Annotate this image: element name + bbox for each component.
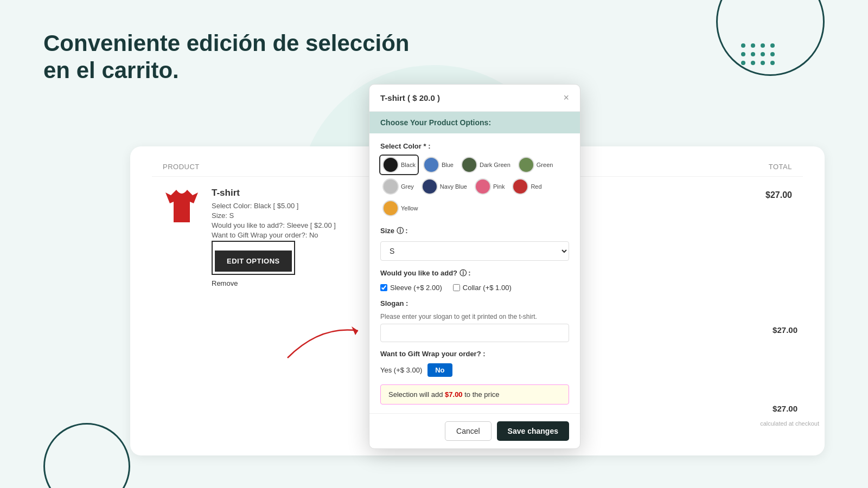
giftwrap-label: Want to Gift Wrap your order? : xyxy=(380,350,569,358)
slogan-label: Slogan : xyxy=(380,299,569,307)
modal-body: Choose Your Product Options: Select Colo… xyxy=(369,112,580,413)
modal-title: T-shirt ( $ 20.0 ) xyxy=(380,93,440,102)
color-section-label: Select Color * : xyxy=(380,142,569,150)
save-changes-button[interactable]: Save changes xyxy=(497,421,569,441)
slogan-hint: Please enter your slogan to get it print… xyxy=(380,313,569,320)
color-option-grey[interactable]: Grey xyxy=(380,177,416,196)
sleeve-label: Sleeve (+$ 2.00) xyxy=(390,284,442,292)
color-label-yellow: Yellow xyxy=(401,205,418,211)
color-option-green[interactable]: Green xyxy=(516,156,556,174)
color-option-red[interactable]: Red xyxy=(510,177,544,196)
slogan-section: Slogan : Please enter your slogan to get… xyxy=(380,299,569,342)
edit-options-box: EDIT OPTIONS xyxy=(212,241,295,275)
cart-item-image xyxy=(163,188,201,231)
color-swatch-navyblue xyxy=(422,178,438,195)
edit-options-button[interactable]: EDIT OPTIONS xyxy=(215,251,292,272)
color-option-black[interactable]: Black xyxy=(380,156,418,174)
modal-close-button[interactable]: × xyxy=(563,92,569,104)
giftwrap-options-group: Yes (+$ 3.00) No xyxy=(380,363,569,377)
addon-label: Would you like to add? ⓘ : xyxy=(380,268,569,278)
dot xyxy=(761,43,765,48)
dot xyxy=(761,52,765,56)
options-content: Select Color * : Black Blue Dark Green xyxy=(369,133,580,413)
color-swatch-blue xyxy=(423,157,439,173)
color-option-blue[interactable]: Blue xyxy=(421,156,456,174)
color-swatch-green xyxy=(518,157,534,173)
checkout-hint: calculated at checkout xyxy=(760,420,819,427)
color-label-green: Green xyxy=(537,162,553,168)
cart-item-total: $27.00 xyxy=(765,188,792,200)
dot xyxy=(770,61,775,65)
color-label-navyblue: Navy Blue xyxy=(440,183,467,190)
color-swatch-darkgreen xyxy=(461,157,477,173)
product-options-modal: T-shirt ( $ 20.0 ) × Choose Your Product… xyxy=(369,84,580,449)
dot xyxy=(751,43,755,48)
giftwrap-yes-label: Yes (+$ 3.00) xyxy=(380,366,422,374)
dot xyxy=(761,61,765,65)
dot xyxy=(741,52,745,56)
cart-grand-total: $27.00 xyxy=(773,404,797,413)
tshirt-icon xyxy=(165,187,198,232)
slogan-input[interactable] xyxy=(380,324,569,342)
color-label-black: Black xyxy=(401,162,416,168)
color-swatch-pink xyxy=(475,178,491,195)
options-header: Choose Your Product Options: xyxy=(369,112,580,133)
price-notice: Selection will add $7.00 to the price xyxy=(380,384,569,404)
color-swatch-black xyxy=(382,157,399,173)
price-amount: $7.00 xyxy=(445,390,463,399)
color-option-darkgreen[interactable]: Dark Green xyxy=(459,156,513,174)
addon-options-group: Sleeve (+$ 2.00) Collar (+$ 1.00) xyxy=(380,284,569,292)
addon-section: Would you like to add? ⓘ : Sleeve (+$ 2.… xyxy=(380,268,569,292)
color-swatch-grey xyxy=(382,178,399,195)
giftwrap-no-button[interactable]: No xyxy=(427,363,452,377)
addon-collar[interactable]: Collar (+$ 1.00) xyxy=(453,284,512,292)
cancel-button[interactable]: Cancel xyxy=(445,421,492,441)
giftwrap-section: Want to Gift Wrap your order? : Yes (+$ … xyxy=(380,350,569,377)
collar-label: Collar (+$ 1.00) xyxy=(463,284,512,292)
sleeve-checkbox[interactable] xyxy=(380,284,387,291)
total-column-label: TOTAL xyxy=(769,163,792,171)
collar-checkbox[interactable] xyxy=(453,284,460,291)
modal-header: T-shirt ( $ 20.0 ) × xyxy=(369,85,580,112)
color-swatch-red xyxy=(512,178,528,195)
dot xyxy=(751,52,755,56)
addon-sleeve[interactable]: Sleeve (+$ 2.00) xyxy=(380,284,442,292)
cart-row-total: $27.00 xyxy=(773,325,797,335)
modal-footer: Cancel Save changes xyxy=(369,413,580,448)
color-swatch-yellow xyxy=(382,200,399,216)
dot xyxy=(751,61,755,65)
page-heading: Conveniente edición de selección en el c… xyxy=(43,30,410,85)
color-options-group: Black Blue Dark Green Green xyxy=(380,156,569,217)
product-column-label: PRODUCT xyxy=(163,163,200,171)
color-option-pink[interactable]: Pink xyxy=(473,177,507,196)
size-select[interactable]: S M L XL xyxy=(380,241,569,261)
color-label-grey: Grey xyxy=(401,183,414,190)
dot xyxy=(770,52,775,56)
dot xyxy=(741,61,745,65)
dot xyxy=(770,43,775,48)
color-option-navyblue[interactable]: Navy Blue xyxy=(419,177,469,196)
color-label-pink: Pink xyxy=(493,183,505,190)
decorative-dots xyxy=(741,43,776,65)
decorative-circle-bottom-left xyxy=(43,423,130,488)
curved-arrow-icon xyxy=(277,314,369,369)
color-label-blue: Blue xyxy=(442,162,454,168)
size-section: Size ⓘ : S M L XL xyxy=(380,226,569,261)
color-option-yellow[interactable]: Yellow xyxy=(380,199,420,217)
color-label-darkgreen: Dark Green xyxy=(480,162,510,168)
dot xyxy=(741,43,745,48)
size-label: Size ⓘ : xyxy=(380,226,569,236)
color-label-red: Red xyxy=(531,183,541,190)
